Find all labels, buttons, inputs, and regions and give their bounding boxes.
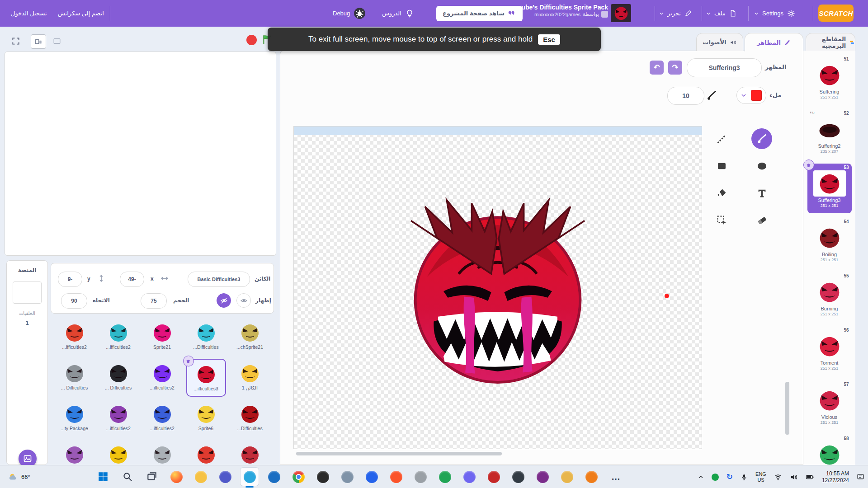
- tray-chevron-up-icon[interactable]: [698, 474, 704, 480]
- stop-button[interactable]: [246, 35, 257, 45]
- project-author-name[interactable]: mixxxxxx2022games: [534, 12, 580, 17]
- taskbar-app-downloader[interactable]: [436, 468, 454, 486]
- sprite-tile[interactable]: الكائن 1: [230, 359, 270, 397]
- sprite-y-input[interactable]: -9: [58, 272, 82, 287]
- taskbar-app-firefox[interactable]: [167, 468, 185, 486]
- sprite-tile[interactable]: ... Difficulties: [55, 359, 94, 397]
- weather-widget[interactable]: 66°: [5, 465, 34, 488]
- sprite-tile[interactable]: ...ifficulties2: [55, 318, 94, 356]
- delete-sprite-badge[interactable]: [183, 356, 194, 366]
- tab-code[interactable]: المقاطع البرمجية: [806, 33, 855, 51]
- join-label[interactable]: انضم إلى سكراتش: [58, 10, 104, 17]
- fullscreen-toggle-button[interactable]: [9, 34, 23, 48]
- costume-item[interactable]: 55Burning251 x 251: [807, 272, 852, 322]
- taskbar-app-brave[interactable]: [387, 468, 405, 486]
- undo-button[interactable]: ↶: [650, 61, 664, 75]
- delete-costume-badge[interactable]: [803, 160, 814, 170]
- sprite-tile[interactable]: ...ty Package: [55, 399, 94, 437]
- text-tool[interactable]: [751, 183, 772, 203]
- join-scratch-link[interactable]: انضم إلى سكراتش: [58, 0, 104, 27]
- costume-item[interactable]: 54Boiling251 x 251: [807, 218, 852, 267]
- sprite-tile[interactable]: [186, 440, 226, 465]
- direction-input[interactable]: 90: [61, 293, 87, 309]
- tray-microphone-icon[interactable]: [741, 474, 748, 481]
- tray-sync-icon[interactable]: ↻: [726, 472, 733, 482]
- tray-green-status-icon[interactable]: [712, 474, 719, 481]
- sprite-tile[interactable]: [230, 440, 270, 465]
- taskbar-app-more[interactable]: …: [607, 468, 625, 486]
- paint-canvas[interactable]: [293, 126, 702, 449]
- costume-item[interactable]: 51Suffering251 x 251: [807, 55, 852, 105]
- debug-menu[interactable]: Debug: [333, 0, 366, 27]
- tutorials-menu[interactable]: الدروس: [382, 0, 414, 27]
- backdrop-thumbnail[interactable]: [13, 282, 42, 304]
- tab-sounds[interactable]: الأصوات: [696, 33, 743, 51]
- costume-name-input[interactable]: Suffering3: [687, 58, 762, 77]
- small-stage-button[interactable]: [31, 34, 46, 49]
- sprite-tile[interactable]: ...ifficulties2: [99, 318, 138, 356]
- sprite-tile[interactable]: ...Difficulties: [186, 318, 226, 356]
- sprite-tile[interactable]: ...ifficulties2: [99, 399, 138, 437]
- size-input[interactable]: 75: [141, 293, 167, 309]
- costume-item[interactable]: 57Vicious251 x 251: [807, 380, 852, 430]
- clock[interactable]: 10:55 AM 12/27/2024: [822, 470, 849, 484]
- taskbar-app-photos[interactable]: [460, 468, 478, 486]
- volume-icon[interactable]: [790, 473, 798, 481]
- redo-button[interactable]: ↷: [668, 61, 682, 75]
- select-tool[interactable]: [711, 210, 732, 230]
- large-stage-button[interactable]: [50, 34, 64, 48]
- costume-item[interactable]: 56Torment251 x 251: [807, 326, 852, 376]
- sprite-tile[interactable]: Sprite6: [186, 399, 226, 437]
- taskbar-app-app-a-blue[interactable]: [363, 468, 381, 486]
- taskbar-app-search[interactable]: [118, 468, 137, 486]
- fill-tool[interactable]: [711, 183, 732, 203]
- taskbar-app-game-dark[interactable]: [509, 468, 527, 486]
- sprite-tile[interactable]: ...Difficulties: [230, 399, 270, 437]
- stage[interactable]: [5, 52, 276, 256]
- taskbar-app-folder-gear[interactable]: [558, 468, 576, 486]
- ellipse-tool[interactable]: [751, 155, 772, 176]
- sprite-name-input[interactable]: Basic Difficulties3: [188, 272, 250, 287]
- taskbar-app-teams[interactable]: [216, 468, 234, 486]
- taskbar-app-start[interactable]: [94, 468, 112, 486]
- project-thumbnail[interactable]: [611, 4, 631, 22]
- signin-link[interactable]: تسجيل الدخول: [11, 0, 47, 27]
- taskbar-app-compass[interactable]: [338, 468, 356, 486]
- costume-list-scrollbar[interactable]: [785, 382, 789, 435]
- taskbar-app-app-blue[interactable]: [265, 468, 283, 486]
- taskbar-app-browser[interactable]: [241, 468, 259, 486]
- settings-menu[interactable]: Settings: [754, 0, 795, 27]
- fill-color-selector[interactable]: [736, 87, 766, 104]
- show-sprite-button[interactable]: [236, 293, 251, 308]
- sprite-tile[interactable]: [99, 440, 138, 465]
- brush-tool[interactable]: [751, 128, 772, 149]
- tab-costumes[interactable]: المظاهر: [745, 33, 803, 52]
- costume-item[interactable]: 52بدءSuffering2235 x 207: [807, 109, 852, 159]
- canvas-horizontal-scrollbar[interactable]: [296, 452, 502, 455]
- sprite-tile[interactable]: Sprite21: [142, 318, 182, 356]
- rect-tool[interactable]: [711, 155, 732, 176]
- sprite-tile[interactable]: [142, 440, 182, 465]
- notification-center-icon[interactable]: [857, 473, 864, 481]
- battery-icon[interactable]: [806, 473, 814, 481]
- taskbar-app-app-a-gray[interactable]: [411, 468, 429, 486]
- taskbar-app-game-red[interactable]: [485, 468, 503, 486]
- taskbar-app-game-purple[interactable]: [533, 468, 552, 486]
- edit-menu[interactable]: تحرير: [659, 0, 692, 27]
- eraser-tool[interactable]: [751, 210, 772, 230]
- line-tool[interactable]: [711, 128, 732, 149]
- brush-size-input[interactable]: 10: [667, 87, 704, 105]
- sprite-tile[interactable]: ... Difficulties: [99, 359, 138, 397]
- taskbar-app-task-view[interactable]: [143, 468, 161, 486]
- taskbar-app-file-explorer[interactable]: [192, 468, 210, 486]
- sprite-tile[interactable]: ...ifficulties3: [186, 359, 226, 397]
- sprite-tile[interactable]: ...ifficulties2: [142, 359, 182, 397]
- scratch-logo[interactable]: SCRATCH: [818, 5, 854, 22]
- taskbar-app-palette[interactable]: [582, 468, 600, 486]
- stage-selector-panel[interactable]: المنصة الخلفيات 1: [6, 260, 48, 465]
- signin-label[interactable]: تسجيل الدخول: [11, 10, 47, 17]
- costume-item[interactable]: 58: [807, 435, 852, 465]
- taskbar-app-opera-gx[interactable]: [314, 468, 332, 486]
- sprite-tile[interactable]: [55, 440, 94, 465]
- taskbar-app-chrome[interactable]: [289, 468, 307, 486]
